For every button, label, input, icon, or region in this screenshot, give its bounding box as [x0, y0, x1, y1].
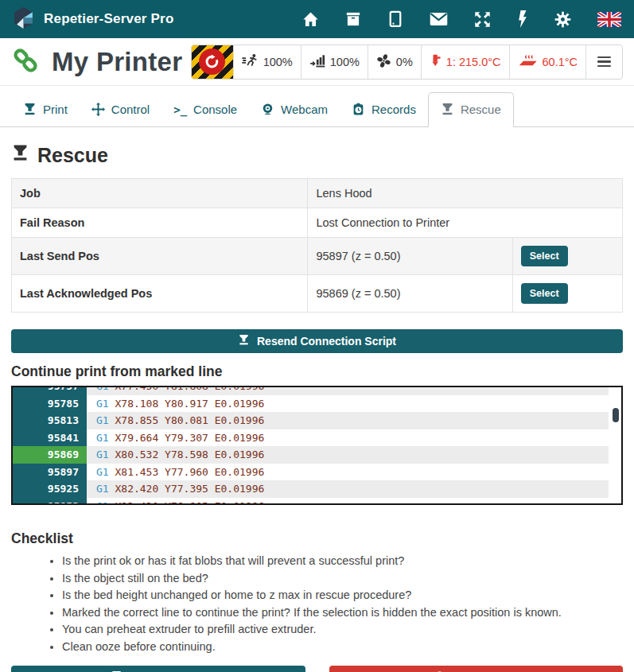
power-bolt-icon[interactable] — [517, 10, 528, 28]
checklist: Is the print ok or has it fat blobs that… — [11, 554, 623, 653]
printer-nozzle-icon — [238, 334, 250, 348]
checklist-item: Is the object still on the bed? — [62, 572, 623, 585]
home-icon[interactable] — [302, 11, 319, 28]
rescue-page-title: Rescue — [11, 144, 623, 167]
printer-box-icon[interactable] — [345, 11, 361, 27]
checklist-item: Is the bed height unchanged or home to z… — [62, 588, 623, 601]
last-acknowledged-pos-value: 95869 (z = 0.50) — [308, 275, 512, 313]
printer-tabs: Print Control >_ Console Webcam Records … — [0, 86, 634, 127]
checklist-heading: Checklist — [11, 530, 623, 547]
emergency-stop-button[interactable] — [192, 45, 233, 79]
cancel-print-button[interactable]: Cancel Print — [329, 666, 624, 672]
job-value: Lens Hood — [308, 179, 623, 208]
continue-print-heading: Continue print from marked line — [11, 363, 623, 380]
flow-status[interactable]: 100% — [301, 45, 368, 79]
emergency-stop-icon — [199, 49, 225, 75]
extruder-temp-icon — [430, 53, 441, 70]
gcode-line[interactable]: 95785G1 X78.108 Y80.917 E0.01996 — [13, 395, 609, 413]
connection-chain-icon[interactable] — [11, 46, 40, 78]
table-row: Job Lens Hood — [12, 179, 623, 208]
console-prompt-icon: >_ — [173, 103, 187, 116]
gcode-line-selected[interactable]: 95869G1 X80.532 Y78.598 E0.01996 — [13, 446, 609, 464]
tab-rescue[interactable]: Rescue — [428, 92, 514, 127]
webcam-icon — [261, 103, 274, 116]
gcode-line[interactable]: 95757G1 X77.450 Y81.808 E0.01996 — [13, 386, 609, 395]
heated-bed-icon — [518, 53, 538, 70]
extruder-temp-value: 1: 215.0°C — [446, 56, 501, 68]
tab-records[interactable]: Records — [340, 93, 428, 126]
rescue-nozzle-icon — [441, 103, 454, 116]
uk-flag-language-icon[interactable] — [597, 12, 621, 27]
gcode-line[interactable]: 95953G1 X83.430 Y76.905 E0.01996 — [13, 498, 609, 506]
settings-gear-icon[interactable] — [554, 11, 571, 28]
table-row: Last Send Pos 95897 (z = 0.50) Select — [12, 238, 623, 275]
move-arrows-icon — [91, 103, 105, 116]
bed-temp-value: 60.1°C — [543, 56, 578, 68]
checklist-item: Marked the correct line to continue the … — [62, 606, 623, 619]
tab-control[interactable]: Control — [80, 93, 161, 126]
bed-temp-status[interactable]: 60.1°C — [509, 45, 586, 79]
printer-menu-button[interactable] — [585, 45, 622, 79]
speed-status[interactable]: 100% — [233, 45, 301, 79]
speed-runner-icon — [242, 53, 259, 70]
continue-print-button[interactable]: Continue Print — [11, 666, 305, 672]
speed-value: 100% — [263, 56, 293, 68]
select-last-acknowledged-pos-button[interactable]: Select — [521, 283, 568, 304]
top-navbar: Repetier-Server Pro — [0, 0, 634, 38]
gcode-line[interactable]: 95925G1 X82.420 Y77.395 E0.01996 — [13, 480, 609, 498]
records-clipboard-icon — [352, 103, 365, 116]
extruder-temp-status[interactable]: 1: 215.0°C — [421, 45, 509, 79]
rescue-info-table: Job Lens Hood Fail Reason Lost Connectio… — [11, 178, 623, 313]
last-send-pos-value: 95897 (z = 0.50) — [308, 238, 512, 275]
rescue-title-icon — [11, 144, 29, 167]
table-row: Last Acknowledged Pos 95869 (z = 0.50) S… — [12, 275, 623, 313]
gcode-scrollbar-thumb[interactable] — [613, 408, 619, 422]
flow-value: 100% — [330, 56, 360, 68]
fail-reason-value: Lost Connection to Printer — [308, 208, 623, 238]
gcode-line[interactable]: 95841G1 X79.664 Y79.307 E0.01996 — [13, 429, 609, 447]
printer-name: My Printer — [52, 47, 182, 77]
tab-webcam[interactable]: Webcam — [249, 93, 340, 126]
expand-arrows-icon[interactable] — [474, 11, 491, 28]
print-nozzle-icon — [23, 103, 37, 116]
fan-value: 0% — [396, 56, 413, 68]
table-row: Fail Reason Lost Connection to Printer — [12, 208, 623, 238]
gcode-line[interactable]: 95813G1 X78.855 Y80.081 E0.01996 — [13, 412, 609, 429]
tablet-icon[interactable] — [387, 10, 403, 28]
tab-print[interactable]: Print — [11, 93, 80, 126]
resend-connection-script-button[interactable]: Resend Connection Script — [11, 329, 623, 353]
fan-status[interactable]: 0% — [368, 45, 421, 79]
flow-bars-icon — [309, 53, 325, 70]
fan-icon — [376, 53, 391, 71]
checklist-item: Is the print ok or has it fat blobs that… — [62, 554, 623, 567]
gcode-line[interactable]: 95897G1 X81.453 Y77.960 E0.01996 — [13, 464, 609, 481]
tab-console[interactable]: >_ Console — [161, 93, 249, 126]
printer-status-bar: 100% 100% 0% 1: 215.0°C 60.1°C — [191, 45, 623, 80]
checklist-item: Clean ooze before continuing. — [62, 640, 623, 653]
mail-icon[interactable] — [430, 12, 448, 26]
gcode-viewer[interactable]: 95757G1 X77.450 Y81.808 E0.01996 95785G1… — [11, 386, 623, 505]
select-last-send-pos-button[interactable]: Select — [521, 246, 568, 266]
app-title: Repetier-Server Pro — [44, 11, 173, 27]
printer-header: My Printer 100% 100% 0% 1: 215.0°C 60.1°… — [0, 38, 634, 86]
repetier-logo — [13, 6, 34, 33]
checklist-item: You can preheat extruder to prefill acti… — [62, 623, 623, 635]
